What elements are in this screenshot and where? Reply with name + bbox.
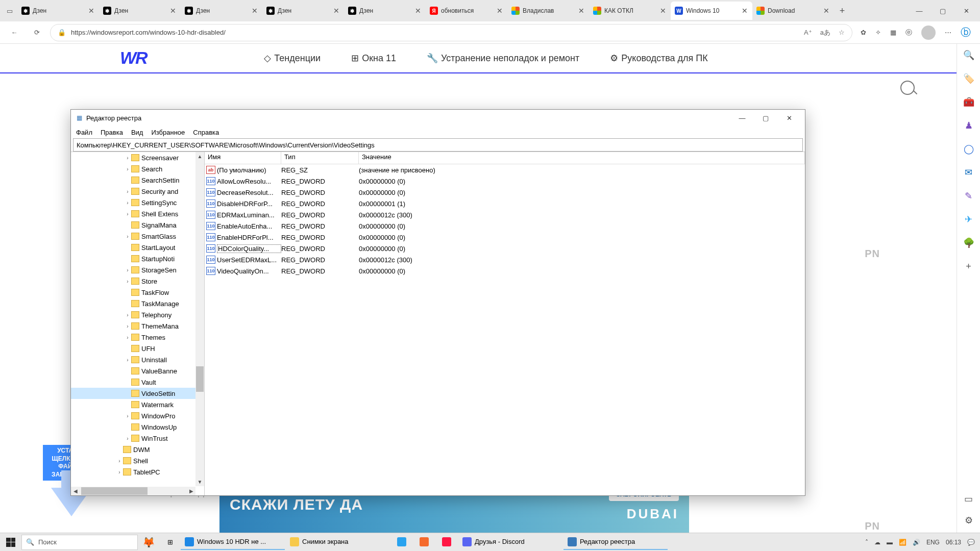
tree-item[interactable]: Watermark [71, 399, 195, 410]
menu-item[interactable]: Вид [131, 129, 143, 136]
tree-chevron-icon[interactable]: › [124, 357, 131, 363]
col-type[interactable]: Тип [281, 152, 359, 164]
site-search-icon[interactable] [900, 81, 915, 95]
sidebar-hide-icon[interactable]: ▭ [963, 493, 975, 505]
scroll-up-icon[interactable]: ▲ [195, 152, 204, 161]
tray-notifications-icon[interactable]: 💬 [967, 539, 975, 546]
registry-value-row[interactable]: ab(По умолчанию)REG_SZ(значение не присв… [205, 164, 805, 176]
tree-item[interactable]: ›Shell [71, 455, 195, 466]
profile-avatar[interactable] [921, 26, 936, 40]
tab-close-icon[interactable]: ✕ [578, 7, 585, 14]
col-name[interactable]: Имя [205, 152, 281, 164]
tab-close-icon[interactable]: ✕ [496, 7, 503, 14]
tree-hscrollbar[interactable]: ◀ ▶ [71, 487, 195, 495]
read-aloud-icon[interactable]: A⁺ [804, 29, 812, 36]
sidebar-outlook-icon[interactable]: ✉ [963, 166, 975, 179]
tree-chevron-icon[interactable]: › [116, 458, 123, 464]
regedit-path-input[interactable]: Компьютер\HKEY_CURRENT_USER\SOFTWARE\Mic… [73, 138, 803, 152]
tree-chevron-icon[interactable]: › [124, 279, 131, 284]
registry-value-row[interactable]: 110EDRMaxLuminan...REG_DWORD0x0000012c (… [205, 209, 805, 220]
window-close-button[interactable]: ✕ [954, 3, 978, 19]
browser-tab[interactable]: КАК ОТКЛ✕ [589, 2, 671, 20]
registry-value-row[interactable]: 110DecreaseResolut...REG_DWORD0x00000000… [205, 187, 805, 198]
regedit-maximize-button[interactable]: ▢ [754, 110, 777, 126]
tree-item[interactable]: UFH [71, 343, 195, 354]
tree-item[interactable]: ›Themes [71, 332, 195, 343]
tree-item[interactable]: ›Telephony [71, 309, 195, 320]
tray-clock[interactable]: 06:13 [946, 539, 961, 546]
browser-tab[interactable]: Владислав✕ [507, 2, 589, 20]
tray-language[interactable]: ENG [926, 539, 940, 546]
sidebar-drop-icon[interactable]: ✎ [963, 190, 975, 202]
tree-chevron-icon[interactable]: › [124, 312, 131, 318]
browser-tab[interactable]: Яобновиться✕ [426, 2, 507, 20]
tree-vscroll-thumb[interactable] [196, 366, 204, 392]
site-nav-item[interactable]: ⊞Окна 11 [351, 53, 396, 64]
tree-item[interactable]: TaskFlow [71, 287, 195, 298]
tree-item[interactable]: ›ThemeMana [71, 320, 195, 332]
tree-chevron-icon[interactable]: › [124, 335, 131, 340]
taskbar-task[interactable] [436, 535, 457, 550]
tree-item[interactable]: WindowsUp [71, 421, 195, 433]
tab-close-icon[interactable]: ✕ [333, 7, 340, 14]
tree-item[interactable]: TaskManage [71, 298, 195, 309]
tree-chevron-icon[interactable]: › [124, 155, 131, 161]
tree-vscrollbar[interactable]: ▲ ▼ [195, 152, 204, 486]
sidebar-telegram-icon[interactable]: ✈ [963, 213, 975, 226]
tray-battery-icon[interactable]: ▬ [887, 539, 893, 546]
tree-item[interactable]: ›Security and [71, 186, 195, 197]
tab-actions-icon[interactable]: ▭ [2, 4, 17, 18]
registry-value-row[interactable]: 110EnableAutoEnha...REG_DWORD0x00000000 … [205, 220, 805, 232]
scroll-left-icon[interactable]: ◀ [71, 487, 80, 495]
tree-chevron-icon[interactable]: › [124, 267, 131, 273]
favorite-icon[interactable]: ☆ [839, 29, 845, 36]
window-maximize-button[interactable]: ▢ [931, 3, 954, 19]
tree-item[interactable]: DWM [71, 444, 195, 455]
tray-onedrive-icon[interactable]: ☁ [874, 539, 880, 546]
sidebar-tools-icon[interactable]: 🧰 [963, 96, 975, 108]
scroll-right-icon[interactable]: ▶ [187, 487, 195, 495]
browser-tab[interactable]: ✱Дзен✕ [99, 2, 181, 20]
regedit-titlebar[interactable]: ▦ Редактор реестра — ▢ ✕ [71, 110, 805, 126]
browser-tab[interactable]: ✱Дзен✕ [181, 2, 262, 20]
tree-item[interactable]: ›WinTrust [71, 433, 195, 444]
tab-close-icon[interactable]: ✕ [169, 7, 177, 14]
tray-wifi-icon[interactable]: 📶 [899, 539, 906, 546]
taskbar-task[interactable]: Windows 10 HDR не ... [181, 535, 285, 550]
registry-value-row[interactable]: 110EnableHDRForPl...REG_DWORD0x00000000 … [205, 232, 805, 243]
registry-value-row[interactable]: 110AllowLowResolu...REG_DWORD0x00000000 … [205, 176, 805, 187]
address-bar[interactable]: 🔒 https://windowsreport.com/windows-10-h… [50, 24, 852, 41]
more-icon[interactable]: ⋯ [945, 29, 951, 36]
refresh-button[interactable]: ⟳ [28, 23, 46, 42]
site-logo[interactable]: WR [120, 48, 147, 68]
tree-item[interactable]: ›Store [71, 276, 195, 287]
browser-tab[interactable]: ✱Дзен✕ [17, 2, 99, 20]
list-header[interactable]: Имя Тип Значение [205, 152, 805, 164]
sidebar-games-icon[interactable]: ♟ [963, 119, 975, 132]
regedit-close-button[interactable]: ✕ [777, 110, 801, 126]
tree-chevron-icon[interactable]: › [124, 166, 131, 172]
sidebar-search-icon[interactable]: 🔍 [963, 49, 975, 61]
tab-close-icon[interactable]: ✕ [823, 7, 830, 14]
sidebar-settings-icon[interactable]: ⚙ [963, 514, 975, 527]
sidebar-shopping-icon[interactable]: 🏷️ [963, 72, 975, 85]
translate-icon[interactable]: aあ [820, 28, 830, 37]
registry-value-row[interactable]: 110UserSetEDRMaxL...REG_DWORD0x0000012c … [205, 254, 805, 265]
tree-item[interactable]: Vault [71, 377, 195, 388]
tree-item[interactable]: ›TabletPC [71, 466, 195, 478]
tab-close-icon[interactable]: ✕ [251, 7, 258, 14]
tree-item[interactable]: SignalMana [71, 219, 195, 231]
tab-close-icon[interactable]: ✕ [741, 7, 748, 14]
menu-item[interactable]: Файл [76, 129, 92, 136]
extensions-icon[interactable]: ✿ [861, 29, 866, 36]
tree-item[interactable]: ›WindowPro [71, 410, 195, 421]
tree-hscroll-thumb[interactable] [81, 487, 148, 495]
tree-item[interactable]: ›StorageSen [71, 264, 195, 276]
sidebar-add-icon[interactable]: + [963, 260, 975, 272]
collections-icon[interactable]: ▦ [890, 29, 896, 36]
scroll-down-icon[interactable]: ▼ [195, 478, 204, 486]
tree-chevron-icon[interactable]: › [116, 469, 123, 475]
sidebar-tree-icon[interactable]: 🌳 [963, 237, 975, 249]
tree-item[interactable]: VideoSettin [71, 388, 195, 399]
tree-item[interactable]: ›SettingSync [71, 197, 195, 208]
